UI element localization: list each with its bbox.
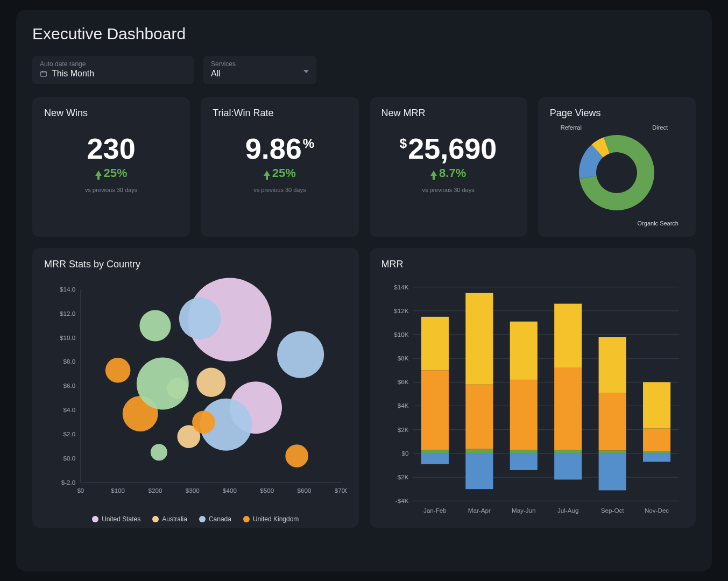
chevron-down-icon (303, 70, 309, 73)
services-filter[interactable]: Services All (203, 56, 316, 84)
donut-label-referral: Referral (561, 124, 582, 131)
svg-text:$700: $700 (335, 487, 347, 494)
svg-text:$0: $0 (77, 487, 84, 494)
svg-rect-58 (421, 454, 448, 464)
svg-text:$2.0: $2.0 (63, 430, 76, 437)
mrr-bar-chart: -$4K-$2K$0$2K$4K$6K$8K$10K$12K$14KJan-Fe… (381, 275, 684, 528)
kpi-row: New Wins 230 25% vs previous 30 days Tri… (32, 97, 696, 237)
bubble-chart-card: MRR Stats by Country $-2.0$0.0$2.0$4.0$6… (32, 248, 359, 528)
kpi-card-win-rate: Trial:Win Rate 9.86% 25% vs previous 30 … (201, 97, 358, 237)
svg-point-33 (137, 357, 189, 409)
svg-text:Mar-Apr: Mar-Apr (468, 507, 490, 514)
kpi-card-new-mrr: New MRR $25,690 8.7% vs previous 30 days (370, 97, 527, 237)
svg-rect-73 (554, 454, 582, 480)
svg-rect-66 (510, 380, 537, 450)
svg-text:$10K: $10K (394, 331, 408, 338)
kpi-title: New Wins (44, 108, 178, 119)
svg-point-34 (151, 444, 167, 460)
svg-text:$8.0: $8.0 (63, 358, 76, 365)
svg-text:$-2.0: $-2.0 (61, 479, 76, 486)
calendar-icon (40, 70, 47, 77)
kpi-card-page-views: Page Views Referral Direct Organic Searc… (538, 97, 696, 237)
mrr-chart-card: MRR -$4K-$2K$0$2K$4K$6K$8K$10K$12K$14KJa… (370, 248, 696, 528)
donut-label-direct: Direct (652, 124, 668, 131)
legend-item: United States (92, 515, 140, 523)
svg-text:Jan-Feb: Jan-Feb (423, 507, 447, 514)
svg-point-22 (196, 368, 225, 397)
date-range-value-row: This Month (40, 69, 186, 79)
svg-text:$200: $200 (148, 487, 162, 494)
svg-rect-77 (598, 337, 626, 393)
svg-text:-$2K: -$2K (395, 473, 408, 480)
svg-text:$2K: $2K (397, 426, 408, 433)
date-range-filter[interactable]: Auto date range This Month (32, 56, 194, 84)
svg-text:Sep-Oct: Sep-Oct (600, 507, 624, 514)
donut-label-organic: Organic Search (638, 220, 678, 226)
svg-text:May-Jun: May-Jun (511, 507, 535, 514)
date-range-value: This Month (52, 69, 94, 79)
svg-text:Nov-Dec: Nov-Dec (644, 507, 668, 514)
kpi-note: vs previous 30 days (213, 187, 347, 193)
svg-rect-78 (598, 454, 626, 490)
svg-rect-65 (510, 450, 537, 454)
svg-text:$500: $500 (260, 487, 274, 494)
svg-point-31 (285, 444, 308, 467)
charts-row: MRR Stats by Country $-2.0$0.0$2.0$4.0$6… (32, 248, 696, 528)
svg-rect-83 (643, 454, 670, 462)
svg-text:$4.0: $4.0 (63, 406, 76, 413)
svg-text:$14.0: $14.0 (60, 286, 76, 293)
svg-point-25 (179, 297, 221, 339)
kpi-title: Page Views (550, 108, 684, 119)
svg-rect-61 (465, 385, 493, 449)
kpi-value: 230 (87, 134, 136, 163)
svg-rect-67 (510, 322, 537, 380)
legend-item: United Kingdom (243, 515, 299, 523)
svg-rect-72 (554, 304, 582, 368)
svg-rect-62 (465, 293, 493, 385)
svg-point-27 (277, 331, 324, 378)
svg-text:$10.0: $10.0 (60, 334, 76, 341)
svg-text:$14K: $14K (394, 284, 408, 290)
svg-point-28 (105, 358, 131, 383)
dashboard-container: Executive Dashboard Auto date range This… (16, 10, 712, 571)
svg-text:$4K: $4K (397, 402, 408, 409)
svg-text:$300: $300 (186, 487, 200, 494)
svg-text:$400: $400 (223, 487, 237, 494)
svg-text:$100: $100 (111, 487, 125, 494)
bubble-legend: United StatesAustraliaCanadaUnited Kingd… (44, 515, 347, 523)
svg-rect-0 (41, 72, 47, 76)
filters-row: Auto date range This Month Services All (32, 56, 696, 84)
svg-rect-82 (643, 382, 670, 428)
svg-rect-55 (421, 450, 448, 454)
page-title: Executive Dashboard (32, 25, 696, 43)
svg-rect-76 (598, 393, 626, 450)
services-label: Services (211, 60, 309, 68)
svg-rect-60 (465, 449, 493, 454)
svg-point-32 (139, 310, 171, 341)
svg-rect-56 (421, 370, 448, 450)
kpi-value: 9.86% (245, 134, 314, 163)
svg-rect-68 (510, 454, 537, 470)
svg-text:$0: $0 (401, 450, 408, 457)
services-value: All (211, 69, 309, 79)
chart-title: MRR Stats by Country (44, 259, 347, 270)
svg-text:$6K: $6K (397, 378, 408, 385)
kpi-card-new-wins: New Wins 230 25% vs previous 30 days (32, 97, 190, 237)
svg-rect-63 (465, 454, 493, 489)
legend-item: Australia (152, 515, 187, 523)
kpi-delta: 25% (213, 166, 347, 180)
donut-chart: Referral Direct Organic Search (550, 124, 684, 226)
svg-point-30 (192, 410, 215, 434)
arrow-up-icon (95, 171, 102, 176)
kpi-title: New MRR (381, 108, 515, 119)
svg-text:$0.0: $0.0 (63, 455, 76, 462)
kpi-delta: 25% (44, 166, 178, 180)
svg-text:$12.0: $12.0 (60, 310, 76, 317)
kpi-value: $25,690 (400, 134, 497, 163)
chart-title: MRR (381, 259, 684, 270)
kpi-delta: 8.7% (381, 166, 515, 180)
kpi-note: vs previous 30 days (381, 187, 515, 193)
svg-text:$8K: $8K (397, 355, 408, 362)
svg-text:$600: $600 (298, 487, 312, 494)
bubble-chart: $-2.0$0.0$2.0$4.0$6.0$8.0$10.0$12.0$14.0… (44, 275, 347, 512)
